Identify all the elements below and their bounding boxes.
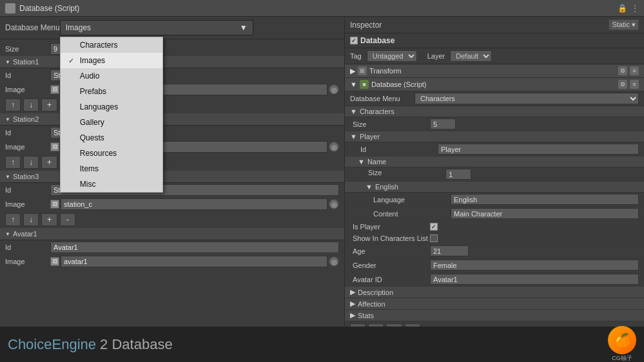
name-size-row: Size	[345, 167, 644, 182]
is-player-checkbox[interactable]: ✓	[430, 223, 438, 231]
station2-section[interactable]: ▼ Station2	[0, 113, 344, 126]
dropdown-label-images: Images	[80, 56, 105, 65]
inspector-header: Inspector Static ▾	[345, 17, 644, 33]
station1-id-label: Id	[5, 71, 50, 79]
avatar1-image-icon: 🖼	[50, 257, 59, 266]
language-row: Language	[345, 193, 644, 207]
dropdown-item-resources[interactable]: Resources	[61, 146, 162, 161]
language-input[interactable]	[451, 194, 639, 205]
avatar1-id-label: Id	[5, 243, 50, 251]
avatar1-image-row: Image 🖼 ◎	[0, 254, 344, 269]
title-bar-left: Database (Script)	[5, 3, 79, 14]
station1-up-btn[interactable]: ↑	[5, 99, 21, 111]
static-label[interactable]: Static ▾	[609, 19, 639, 30]
dropdown-item-audio[interactable]: Audio	[61, 68, 162, 84]
dropdown-item-prefabs[interactable]: Prefabs	[61, 84, 162, 99]
dropdown-selected-value: Images	[66, 23, 91, 32]
description-section[interactable]: ▶ Description	[345, 287, 644, 298]
panel-content: Size ▼ Station1 Id Image 🖼 ◎	[0, 39, 344, 327]
player-name-triangle: ▼	[358, 158, 365, 166]
station1-triangle: ▼	[5, 59, 10, 65]
affection-section[interactable]: ▶ Affection	[345, 298, 644, 310]
dropdown-item-images[interactable]: ✓ Images	[61, 53, 162, 68]
db-script-more-icon[interactable]: ≡	[630, 80, 639, 89]
transform-settings-icon[interactable]: ⚙	[618, 66, 627, 75]
avatar1-id-input[interactable]	[50, 242, 339, 253]
station1-image-row: Image 🖼 ◎	[0, 82, 344, 97]
station3-image-input[interactable]	[61, 198, 327, 210]
station1-down-btn[interactable]: ↓	[23, 99, 39, 111]
characters-size-input[interactable]	[430, 119, 456, 129]
station3-up-btn[interactable]: ↑	[5, 213, 21, 226]
player-id-input[interactable]	[438, 144, 639, 155]
station1-id-row: Id	[0, 68, 344, 82]
db-script-label: Database (Script)	[371, 81, 427, 88]
layer-select[interactable]: Default	[450, 50, 492, 62]
content-input[interactable]	[451, 208, 639, 219]
gender-input[interactable]	[430, 260, 639, 271]
transform-label: Transform	[369, 67, 402, 75]
station2-circle-btn[interactable]: ◎	[329, 142, 339, 152]
dropdown-item-items[interactable]: Items	[61, 161, 162, 176]
station3-label: Station3	[13, 173, 39, 180]
age-input[interactable]	[430, 245, 469, 256]
affection-label: Affection	[358, 300, 385, 308]
transform-more-icon[interactable]: ≡	[630, 66, 639, 75]
db-script-component-icons: ⚙ ≡	[618, 80, 639, 89]
left-panel: Database Menu Images ▼ Characters ✓ Imag…	[0, 17, 345, 327]
stats-section[interactable]: ▶ Stats	[345, 310, 644, 321]
title-bar-right: 🔒 ⋮	[618, 4, 639, 13]
characters-section[interactable]: ▼ Characters	[345, 106, 644, 117]
db-script-component-name: ▼ ■ Database (Script)	[350, 80, 426, 89]
dropdown-label-languages: Languages	[80, 102, 118, 111]
dropdown-item-quests[interactable]: Quests	[61, 130, 162, 146]
station2-down-btn[interactable]: ↓	[23, 156, 39, 169]
avatar-id-input[interactable]	[430, 274, 639, 285]
player-section[interactable]: ▼ Player	[345, 131, 644, 142]
affection-triangle: ▶	[350, 300, 355, 308]
avatar1-triangle: ▼	[5, 231, 10, 237]
station3-add-btn[interactable]: +	[41, 213, 57, 226]
db-menu-select[interactable]: Characters	[415, 93, 639, 104]
lock-icon[interactable]: 🔒	[618, 4, 627, 13]
transform-component-name: ▶ ⊞ Transform	[350, 66, 402, 75]
name-size-input[interactable]	[445, 169, 471, 180]
db-script-settings-icon[interactable]: ⚙	[618, 80, 627, 89]
inspector-title: Inspector	[350, 21, 382, 30]
db-menu-label-right: Database Menu	[350, 95, 415, 102]
db-menu-row: Database Menu Characters	[345, 91, 644, 106]
station1-add-btn[interactable]: +	[41, 99, 57, 111]
dropdown-button[interactable]: Images ▼	[60, 20, 253, 35]
db-script-icon: ■	[360, 80, 369, 89]
avatar1-section[interactable]: ▼ Avatar1	[0, 228, 344, 240]
station3-circle-btn[interactable]: ◎	[329, 199, 339, 209]
player-name-label: Name	[367, 158, 386, 166]
avatar1-circle-btn[interactable]: ◎	[329, 256, 339, 267]
gender-label: Gender	[353, 262, 430, 269]
english-section[interactable]: ▼ English	[345, 182, 644, 193]
station1-section[interactable]: ▼ Station1	[0, 56, 344, 68]
more-icon[interactable]: ⋮	[631, 4, 639, 13]
obj-checkbox[interactable]: ✓	[350, 37, 358, 44]
station2-image-row: Image 🖼 ◎	[0, 140, 344, 154]
dropdown-item-misc[interactable]: Misc	[61, 176, 162, 192]
station3-section[interactable]: ▼ Station3	[0, 171, 344, 183]
dropdown-container: Images ▼ Characters ✓ Images Audio	[60, 20, 339, 35]
show-in-characters-checkbox[interactable]	[430, 234, 438, 242]
player-label: Player	[360, 133, 380, 140]
dropdown-item-gallery[interactable]: Gallery	[61, 115, 162, 130]
transform-component-icons: ⚙ ≡	[618, 66, 639, 75]
bottom-title-3: Database	[112, 336, 172, 352]
station3-remove-btn[interactable]: -	[60, 213, 75, 226]
player-name-section[interactable]: ▼ Name	[345, 157, 644, 167]
station2-add-btn[interactable]: +	[41, 156, 57, 169]
station3-down-btn[interactable]: ↓	[23, 213, 39, 226]
station1-circle-btn[interactable]: ◎	[329, 84, 339, 95]
dropdown-item-characters[interactable]: Characters	[61, 37, 162, 53]
avatar1-image-input[interactable]	[61, 256, 327, 267]
station3-actions: ↑ ↓ + -	[0, 211, 344, 228]
dropdown-item-languages[interactable]: Languages	[61, 99, 162, 115]
station2-up-btn[interactable]: ↑	[5, 156, 21, 169]
tag-select[interactable]: Untagged	[367, 50, 417, 62]
transform-component-header: ▶ ⊞ Transform ⚙ ≡	[345, 64, 644, 78]
